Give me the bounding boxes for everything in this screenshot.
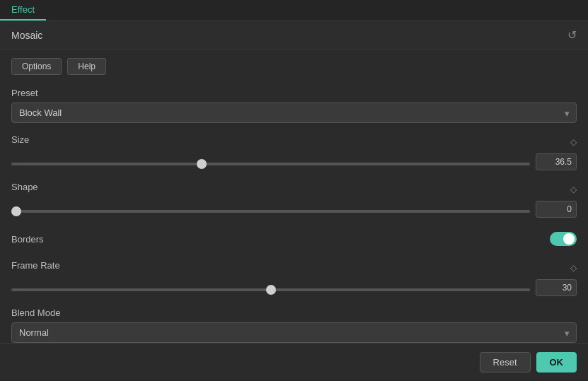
preset-label: Preset [11, 88, 577, 98]
header-row: Mosaic ↺ [0, 21, 588, 49]
blend-mode-label: Blend Mode [11, 307, 577, 318]
borders-toggle-wrapper: Borders [11, 229, 577, 249]
size-slider[interactable] [11, 163, 530, 165]
frame-rate-slider[interactable] [11, 288, 530, 291]
shape-slider[interactable] [11, 210, 530, 213]
reset-icon[interactable]: ↺ [567, 28, 577, 42]
bottom-bar: Reset OK [0, 343, 588, 381]
frame-rate-value-input[interactable] [536, 279, 577, 296]
shape-slider-container [11, 204, 530, 215]
ok-button[interactable]: OK [536, 352, 577, 373]
frame-rate-label: Frame Rate [11, 260, 60, 271]
frame-rate-slider-row [11, 279, 577, 296]
size-row: Size ◇ [11, 134, 577, 170]
shape-diamond-icon[interactable]: ◇ [570, 184, 577, 194]
sub-button-row: Options Help [11, 58, 577, 75]
size-value-input[interactable] [536, 153, 577, 170]
preset-dropdown[interactable]: Block Wall Circles Hexagons Triangles [11, 102, 577, 123]
frame-rate-label-row: Frame Rate ◇ [11, 260, 577, 275]
frame-rate-slider-container [11, 283, 530, 293]
content-area: Options Help Preset Block Wall Circles H… [0, 49, 588, 363]
preset-dropdown-wrapper: Block Wall Circles Hexagons Triangles [11, 102, 577, 123]
blend-mode-dropdown-wrapper: Normal Multiply Screen Overlay Darken Li… [11, 322, 577, 343]
borders-label: Borders [11, 234, 44, 245]
blend-mode-dropdown[interactable]: Normal Multiply Screen Overlay Darken Li… [11, 322, 577, 343]
help-button[interactable]: Help [67, 58, 106, 75]
size-slider-container [11, 157, 530, 168]
options-button[interactable]: Options [11, 58, 62, 75]
size-diamond-icon[interactable]: ◇ [570, 137, 577, 147]
frame-rate-diamond-icon[interactable]: ◇ [570, 263, 577, 273]
shape-slider-row [11, 201, 577, 218]
reset-button[interactable]: Reset [480, 352, 531, 373]
effect-title: Mosaic [11, 30, 42, 41]
tab-bar: Effect [0, 0, 588, 21]
size-label: Size [11, 134, 29, 145]
tab-effect[interactable]: Effect [0, 0, 46, 20]
frame-rate-row: Frame Rate ◇ [11, 260, 577, 296]
size-slider-row [11, 153, 577, 170]
preset-row: Preset Block Wall Circles Hexagons Trian… [11, 88, 577, 123]
borders-row: Borders [11, 229, 577, 249]
shape-label-row: Shape ◇ [11, 182, 577, 197]
borders-toggle[interactable] [550, 232, 577, 246]
size-label-row: Size ◇ [11, 134, 577, 149]
shape-value-input[interactable] [536, 201, 577, 218]
shape-label: Shape [11, 182, 38, 192]
blend-mode-row: Blend Mode Normal Multiply Screen Overla… [11, 307, 577, 343]
shape-row: Shape ◇ [11, 182, 577, 218]
